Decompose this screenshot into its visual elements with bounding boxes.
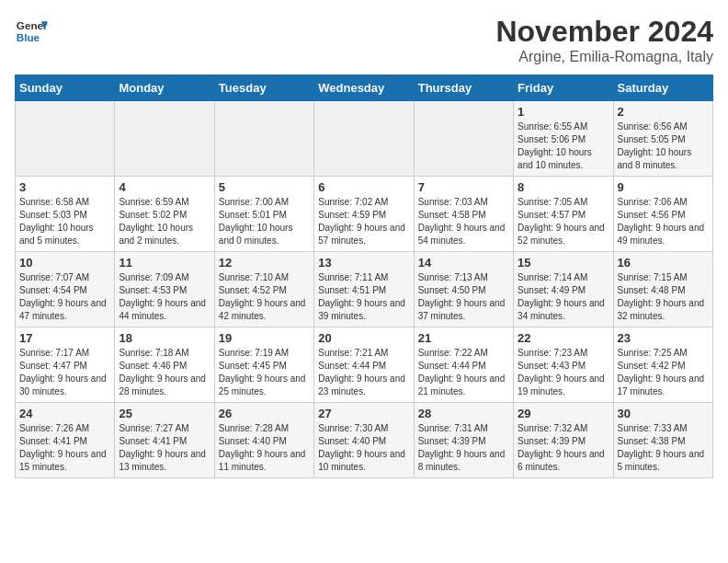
logo: General Blue — [15, 15, 48, 48]
day-number: 27 — [318, 407, 409, 420]
day-number: 23 — [618, 331, 709, 345]
day-cell: 21Sunrise: 7:22 AM Sunset: 4:44 PM Dayli… — [414, 327, 513, 403]
day-info: Sunrise: 7:32 AM Sunset: 4:39 PM Dayligh… — [518, 422, 609, 474]
day-info: Sunrise: 7:28 AM Sunset: 4:40 PM Dayligh… — [219, 422, 310, 474]
day-info: Sunrise: 7:18 AM Sunset: 4:46 PM Dayligh… — [119, 347, 210, 398]
day-number: 19 — [219, 331, 310, 345]
day-info: Sunrise: 6:59 AM Sunset: 5:02 PM Dayligh… — [119, 196, 210, 247]
day-info: Sunrise: 7:17 AM Sunset: 4:47 PM Dayligh… — [19, 347, 110, 398]
day-cell: 12Sunrise: 7:10 AM Sunset: 4:52 PM Dayli… — [214, 252, 313, 327]
week-row-5: 24Sunrise: 7:26 AM Sunset: 4:41 PM Dayli… — [16, 403, 713, 478]
day-cell: 5Sunrise: 7:00 AM Sunset: 5:01 PM Daylig… — [214, 177, 313, 252]
day-cell: 22Sunrise: 7:23 AM Sunset: 4:43 PM Dayli… — [514, 327, 613, 403]
header-cell-monday: Monday — [115, 75, 214, 101]
day-number: 21 — [418, 331, 509, 345]
logo-icon: General Blue — [15, 15, 48, 48]
day-info: Sunrise: 7:03 AM Sunset: 4:58 PM Dayligh… — [418, 196, 509, 247]
day-number: 9 — [618, 180, 709, 194]
day-number: 14 — [418, 256, 509, 270]
day-number: 12 — [219, 256, 310, 270]
calendar-table: SundayMondayTuesdayWednesdayThursdayFrid… — [15, 75, 713, 478]
header-cell-sunday: Sunday — [16, 75, 115, 101]
day-cell: 25Sunrise: 7:27 AM Sunset: 4:41 PM Dayli… — [115, 403, 214, 478]
day-info: Sunrise: 7:27 AM Sunset: 4:41 PM Dayligh… — [119, 422, 210, 474]
day-cell: 19Sunrise: 7:19 AM Sunset: 4:45 PM Dayli… — [214, 327, 313, 403]
day-info: Sunrise: 7:13 AM Sunset: 4:50 PM Dayligh… — [418, 271, 509, 323]
day-cell: 6Sunrise: 7:02 AM Sunset: 4:59 PM Daylig… — [314, 177, 414, 252]
day-info: Sunrise: 7:23 AM Sunset: 4:43 PM Dayligh… — [518, 347, 609, 398]
day-cell: 10Sunrise: 7:07 AM Sunset: 4:54 PM Dayli… — [16, 252, 115, 327]
day-info: Sunrise: 6:56 AM Sunset: 5:05 PM Dayligh… — [618, 121, 709, 172]
day-info: Sunrise: 7:05 AM Sunset: 4:57 PM Dayligh… — [518, 196, 609, 247]
day-cell: 1Sunrise: 6:55 AM Sunset: 5:06 PM Daylig… — [514, 101, 613, 177]
day-cell: 26Sunrise: 7:28 AM Sunset: 4:40 PM Dayli… — [214, 403, 313, 478]
header-cell-tuesday: Tuesday — [214, 75, 313, 101]
day-cell: 15Sunrise: 7:14 AM Sunset: 4:49 PM Dayli… — [514, 252, 613, 327]
day-cell: 16Sunrise: 7:15 AM Sunset: 4:48 PM Dayli… — [613, 252, 712, 327]
day-number: 26 — [219, 407, 310, 420]
day-cell: 29Sunrise: 7:32 AM Sunset: 4:39 PM Dayli… — [514, 403, 613, 478]
day-info: Sunrise: 7:07 AM Sunset: 4:54 PM Dayligh… — [19, 271, 110, 323]
day-info: Sunrise: 7:26 AM Sunset: 4:41 PM Dayligh… — [19, 422, 110, 474]
header-cell-wednesday: Wednesday — [314, 75, 414, 101]
day-cell: 24Sunrise: 7:26 AM Sunset: 4:41 PM Dayli… — [16, 403, 115, 478]
day-cell — [16, 101, 115, 177]
day-info: Sunrise: 7:06 AM Sunset: 4:56 PM Dayligh… — [618, 196, 709, 247]
day-number: 22 — [518, 331, 609, 345]
day-cell: 18Sunrise: 7:18 AM Sunset: 4:46 PM Dayli… — [115, 327, 214, 403]
week-row-4: 17Sunrise: 7:17 AM Sunset: 4:47 PM Dayli… — [16, 327, 713, 403]
day-cell: 11Sunrise: 7:09 AM Sunset: 4:53 PM Dayli… — [115, 252, 214, 327]
day-number: 6 — [318, 180, 409, 194]
svg-text:Blue: Blue — [17, 31, 40, 43]
day-number: 7 — [418, 180, 509, 194]
day-info: Sunrise: 7:02 AM Sunset: 4:59 PM Dayligh… — [318, 196, 409, 247]
day-number: 30 — [618, 407, 709, 420]
day-number: 4 — [119, 180, 210, 194]
day-cell: 14Sunrise: 7:13 AM Sunset: 4:50 PM Dayli… — [414, 252, 513, 327]
header-cell-thursday: Thursday — [414, 75, 513, 101]
day-info: Sunrise: 7:21 AM Sunset: 4:44 PM Dayligh… — [318, 347, 409, 398]
day-cell: 2Sunrise: 6:56 AM Sunset: 5:05 PM Daylig… — [613, 101, 712, 177]
day-info: Sunrise: 7:30 AM Sunset: 4:40 PM Dayligh… — [318, 422, 409, 474]
day-cell: 3Sunrise: 6:58 AM Sunset: 5:03 PM Daylig… — [16, 177, 115, 252]
day-cell: 20Sunrise: 7:21 AM Sunset: 4:44 PM Dayli… — [314, 327, 414, 403]
day-number: 5 — [219, 180, 310, 194]
day-info: Sunrise: 6:55 AM Sunset: 5:06 PM Dayligh… — [518, 121, 609, 172]
day-number: 13 — [318, 256, 409, 270]
day-cell: 9Sunrise: 7:06 AM Sunset: 4:56 PM Daylig… — [613, 177, 712, 252]
day-number: 17 — [19, 331, 110, 345]
header-cell-friday: Friday — [514, 75, 613, 101]
day-number: 10 — [19, 256, 110, 270]
day-info: Sunrise: 6:58 AM Sunset: 5:03 PM Dayligh… — [19, 196, 110, 247]
day-cell — [314, 101, 414, 177]
day-info: Sunrise: 7:00 AM Sunset: 5:01 PM Dayligh… — [219, 196, 310, 247]
header-cell-saturday: Saturday — [613, 75, 712, 101]
day-info: Sunrise: 7:33 AM Sunset: 4:38 PM Dayligh… — [618, 422, 709, 474]
day-info: Sunrise: 7:25 AM Sunset: 4:42 PM Dayligh… — [618, 347, 709, 398]
day-cell: 7Sunrise: 7:03 AM Sunset: 4:58 PM Daylig… — [414, 177, 513, 252]
day-info: Sunrise: 7:19 AM Sunset: 4:45 PM Dayligh… — [219, 347, 310, 398]
day-cell: 23Sunrise: 7:25 AM Sunset: 4:42 PM Dayli… — [613, 327, 712, 403]
day-cell: 17Sunrise: 7:17 AM Sunset: 4:47 PM Dayli… — [16, 327, 115, 403]
day-cell: 27Sunrise: 7:30 AM Sunset: 4:40 PM Dayli… — [314, 403, 414, 478]
day-cell — [115, 101, 214, 177]
day-number: 20 — [318, 331, 409, 345]
day-number: 15 — [518, 256, 609, 270]
title-area: November 2024 Argine, Emilia-Romagna, It… — [495, 15, 713, 65]
location-title: Argine, Emilia-Romagna, Italy — [495, 49, 713, 65]
header: General Blue November 2024 Argine, Emili… — [15, 15, 713, 65]
week-row-3: 10Sunrise: 7:07 AM Sunset: 4:54 PM Dayli… — [16, 252, 713, 327]
day-info: Sunrise: 7:10 AM Sunset: 4:52 PM Dayligh… — [219, 271, 310, 323]
day-number: 3 — [19, 180, 110, 194]
day-info: Sunrise: 7:14 AM Sunset: 4:49 PM Dayligh… — [518, 271, 609, 323]
day-number: 11 — [119, 256, 210, 270]
day-number: 29 — [518, 407, 609, 420]
day-cell: 30Sunrise: 7:33 AM Sunset: 4:38 PM Dayli… — [613, 403, 712, 478]
week-row-1: 1Sunrise: 6:55 AM Sunset: 5:06 PM Daylig… — [16, 101, 713, 177]
day-cell: 4Sunrise: 6:59 AM Sunset: 5:02 PM Daylig… — [115, 177, 214, 252]
day-cell: 8Sunrise: 7:05 AM Sunset: 4:57 PM Daylig… — [514, 177, 613, 252]
day-info: Sunrise: 7:09 AM Sunset: 4:53 PM Dayligh… — [119, 271, 210, 323]
day-cell: 28Sunrise: 7:31 AM Sunset: 4:39 PM Dayli… — [414, 403, 513, 478]
day-info: Sunrise: 7:15 AM Sunset: 4:48 PM Dayligh… — [618, 271, 709, 323]
day-info: Sunrise: 7:11 AM Sunset: 4:51 PM Dayligh… — [318, 271, 409, 323]
